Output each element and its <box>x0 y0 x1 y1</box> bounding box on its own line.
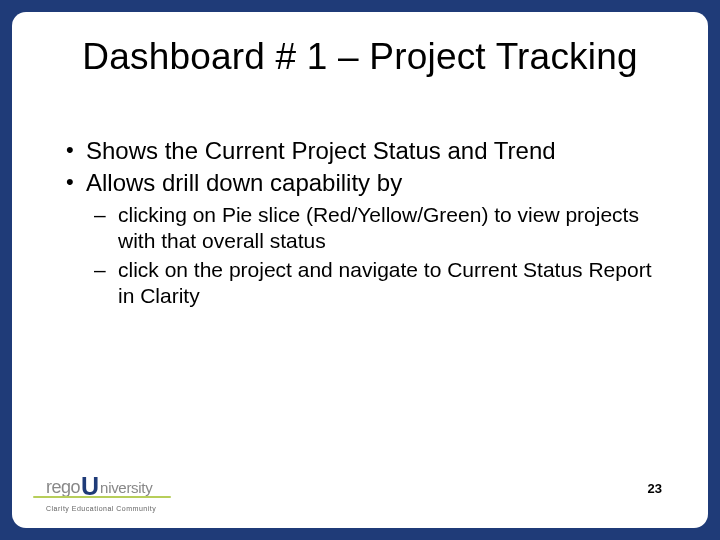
sub-bullet-list: clicking on Pie slice (Red/Yellow/Green)… <box>86 202 670 308</box>
bullet-list: Shows the Current Project Status and Tre… <box>64 136 670 308</box>
sub-bullet-text: clicking on Pie slice (Red/Yellow/Green)… <box>118 203 639 252</box>
bullet-text: Shows the Current Project Status and Tre… <box>86 137 556 164</box>
slide-content: Shows the Current Project Status and Tre… <box>40 136 680 308</box>
slide: Dashboard # 1 – Project Tracking Shows t… <box>0 0 720 540</box>
sub-bullet-item: clicking on Pie slice (Red/Yellow/Green)… <box>86 202 670 253</box>
slide-title: Dashboard # 1 – Project Tracking <box>40 36 680 78</box>
logo-u-mark: U <box>81 474 99 497</box>
page-number: 23 <box>648 481 662 496</box>
tagline: Clarity Educational Community <box>46 505 156 512</box>
sub-bullet-item: click on the project and navigate to Cur… <box>86 257 670 308</box>
logo-underline <box>33 496 171 498</box>
logo-text-niversity: niversity <box>100 479 152 496</box>
logo-u-glyph: U <box>81 476 99 496</box>
bullet-text: Allows drill down capability by <box>86 169 402 196</box>
bullet-item: Shows the Current Project Status and Tre… <box>64 136 670 166</box>
slide-footer: rego U niversity Clarity Educational Com… <box>40 462 680 520</box>
sub-bullet-text: click on the project and navigate to Cur… <box>118 258 651 307</box>
slide-inner: Dashboard # 1 – Project Tracking Shows t… <box>12 12 708 528</box>
logo-text-rego: rego <box>46 477 80 498</box>
bullet-item: Allows drill down capability by clicking… <box>64 168 670 308</box>
logo: rego U niversity <box>46 474 152 498</box>
